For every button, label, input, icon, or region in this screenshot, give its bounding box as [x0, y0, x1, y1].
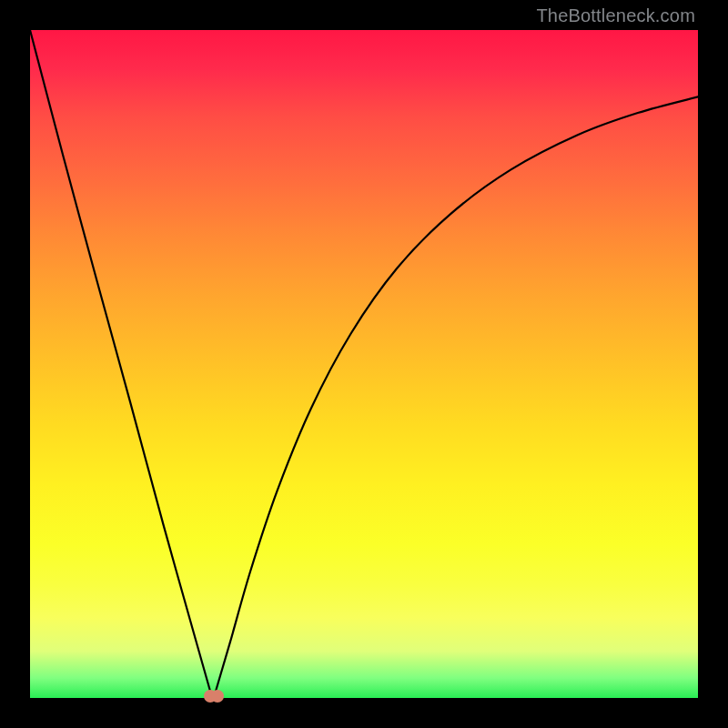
bottleneck-curve — [30, 30, 698, 698]
chart-frame: TheBottleneck.com — [0, 0, 728, 728]
watermark-text: TheBottleneck.com — [536, 5, 695, 26]
optimum-marker-2 — [211, 690, 224, 703]
